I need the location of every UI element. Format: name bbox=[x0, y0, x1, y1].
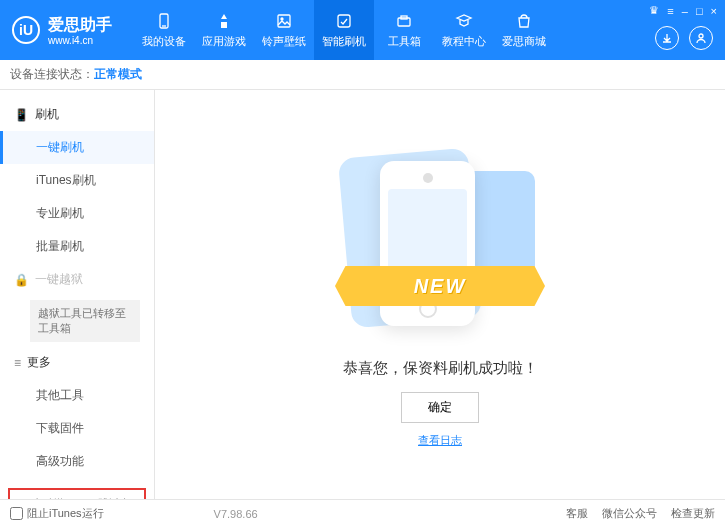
main-content: NEW 恭喜您，保资料刷机成功啦！ 确定 查看日志 bbox=[155, 90, 725, 499]
top-nav: 我的设备 应用游戏 铃声壁纸 智能刷机 工具箱 教程中心 爱思商城 bbox=[134, 0, 554, 60]
store-icon bbox=[514, 11, 534, 31]
nav-ringtone[interactable]: 铃声壁纸 bbox=[254, 0, 314, 60]
ok-button[interactable]: 确定 bbox=[401, 392, 479, 423]
list-icon: ≡ bbox=[14, 356, 21, 370]
sidebar-group-more[interactable]: ≡ 更多 bbox=[0, 346, 154, 379]
block-itunes-checkbox[interactable]: 阻止iTunes运行 bbox=[10, 506, 104, 521]
footer-link-support[interactable]: 客服 bbox=[566, 506, 588, 521]
apps-icon bbox=[214, 11, 234, 31]
svg-rect-2 bbox=[278, 15, 290, 27]
svg-point-7 bbox=[699, 34, 703, 38]
sidebar-item-othertools[interactable]: 其他工具 bbox=[0, 379, 154, 412]
nav-toolbox[interactable]: 工具箱 bbox=[374, 0, 434, 60]
flash-icon bbox=[334, 11, 354, 31]
nav-flash[interactable]: 智能刷机 bbox=[314, 0, 374, 60]
nav-label: 爱思商城 bbox=[502, 34, 546, 49]
svg-rect-4 bbox=[338, 15, 350, 27]
tutorial-icon bbox=[454, 11, 474, 31]
wallpaper-icon bbox=[274, 11, 294, 31]
logo-text: 爱思助手 bbox=[48, 16, 112, 33]
logo-icon: iU bbox=[12, 16, 40, 44]
header: iU 爱思助手 www.i4.cn 我的设备 应用游戏 铃声壁纸 智能刷机 工具… bbox=[0, 0, 725, 60]
sidebar-item-firmware[interactable]: 下载固件 bbox=[0, 412, 154, 445]
new-banner: NEW bbox=[335, 266, 545, 306]
success-illustration: NEW bbox=[340, 141, 540, 341]
sidebar-item-jailbreak-moved[interactable]: 越狱工具已转移至工具箱 bbox=[30, 300, 140, 342]
nav-label: 工具箱 bbox=[388, 34, 421, 49]
status-bar: 设备连接状态： 正常模式 bbox=[0, 60, 725, 90]
logo[interactable]: iU 爱思助手 www.i4.cn bbox=[0, 15, 124, 46]
toolbox-icon bbox=[394, 11, 414, 31]
close-icon[interactable]: × bbox=[711, 5, 717, 17]
skip-guide-checkbox[interactable]: 跳过向导 bbox=[82, 496, 138, 499]
nav-tutorial[interactable]: 教程中心 bbox=[434, 0, 494, 60]
status-label: 设备连接状态： bbox=[10, 66, 94, 83]
nav-label: 铃声壁纸 bbox=[262, 34, 306, 49]
minimize-icon[interactable]: – bbox=[682, 5, 688, 17]
download-button[interactable] bbox=[655, 26, 679, 50]
menu-icon[interactable]: ≡ bbox=[667, 5, 673, 17]
success-message: 恭喜您，保资料刷机成功啦！ bbox=[343, 359, 538, 378]
sidebar-group-jailbreak[interactable]: 🔒 一键越狱 bbox=[0, 263, 154, 296]
user-button[interactable] bbox=[689, 26, 713, 50]
status-mode: 正常模式 bbox=[94, 66, 142, 83]
sidebar-group-flash[interactable]: 📱 刷机 bbox=[0, 98, 154, 131]
nav-label: 应用游戏 bbox=[202, 34, 246, 49]
options-highlight-box: 自动激活 跳过向导 bbox=[8, 488, 146, 499]
footer-link-update[interactable]: 检查更新 bbox=[671, 506, 715, 521]
sidebar-item-onekey[interactable]: 一键刷机 bbox=[0, 131, 154, 164]
logo-subtitle: www.i4.cn bbox=[48, 36, 112, 46]
header-action-buttons bbox=[655, 26, 713, 50]
footer-link-wechat[interactable]: 微信公众号 bbox=[602, 506, 657, 521]
auto-activate-checkbox[interactable]: 自动激活 bbox=[16, 496, 72, 499]
nav-my-device[interactable]: 我的设备 bbox=[134, 0, 194, 60]
sidebar-group-label: 一键越狱 bbox=[35, 271, 83, 288]
nav-store[interactable]: 爱思商城 bbox=[494, 0, 554, 60]
gift-icon[interactable]: ♛ bbox=[649, 4, 659, 17]
maximize-icon[interactable]: □ bbox=[696, 5, 703, 17]
sidebar-group-label: 刷机 bbox=[35, 106, 59, 123]
svg-point-3 bbox=[281, 18, 283, 20]
window-controls: ♛ ≡ – □ × bbox=[649, 4, 717, 17]
nav-label: 教程中心 bbox=[442, 34, 486, 49]
phone-icon: 📱 bbox=[14, 108, 29, 122]
sidebar-item-pro[interactable]: 专业刷机 bbox=[0, 197, 154, 230]
sidebar-group-label: 更多 bbox=[27, 354, 51, 371]
view-log-link[interactable]: 查看日志 bbox=[418, 433, 462, 448]
nav-label: 我的设备 bbox=[142, 34, 186, 49]
lock-icon: 🔒 bbox=[14, 273, 29, 287]
nav-label: 智能刷机 bbox=[322, 34, 366, 49]
version-label: V7.98.66 bbox=[214, 508, 258, 520]
sidebar: 📱 刷机 一键刷机 iTunes刷机 专业刷机 批量刷机 🔒 一键越狱 越狱工具… bbox=[0, 90, 155, 499]
nav-apps[interactable]: 应用游戏 bbox=[194, 0, 254, 60]
footer: 阻止iTunes运行 V7.98.66 客服 微信公众号 检查更新 bbox=[0, 499, 725, 527]
sidebar-item-itunes[interactable]: iTunes刷机 bbox=[0, 164, 154, 197]
sidebar-item-advanced[interactable]: 高级功能 bbox=[0, 445, 154, 478]
device-icon bbox=[154, 11, 174, 31]
sidebar-item-batch[interactable]: 批量刷机 bbox=[0, 230, 154, 263]
